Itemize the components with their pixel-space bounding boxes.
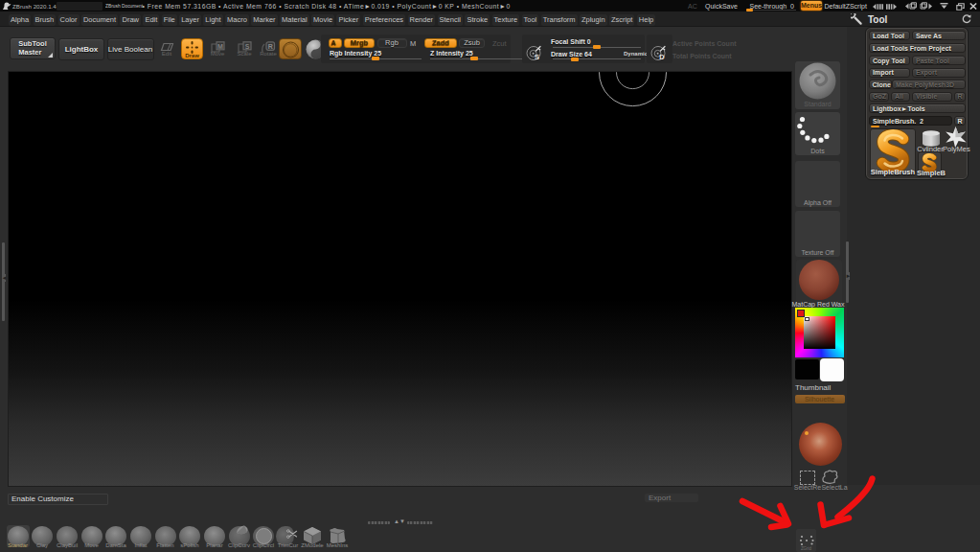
svg-text:ZGrid: ZGrid	[801, 546, 812, 551]
